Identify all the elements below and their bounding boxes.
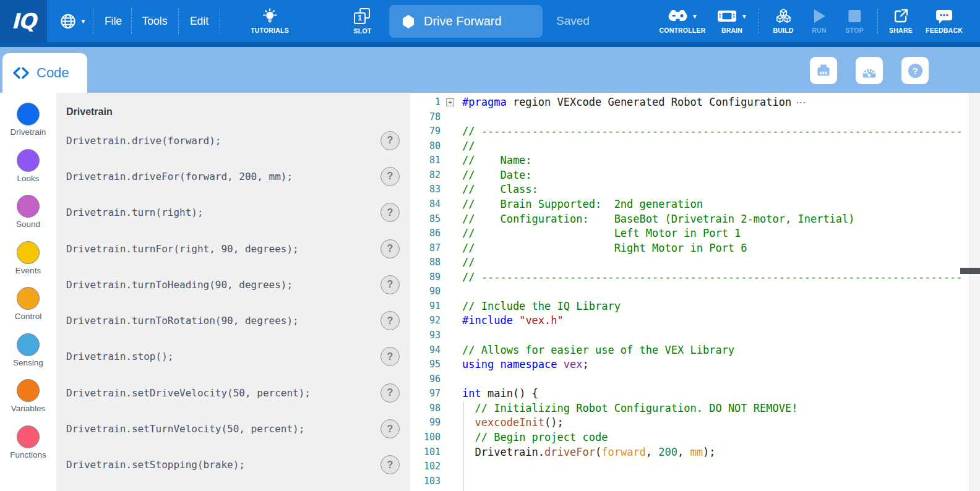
code-line[interactable]: 103 — [410, 474, 969, 489]
code-line-text: #pragma region VEXcode Generated Robot C… — [462, 95, 791, 110]
code-line-text: // Right Motor in Port 6 — [462, 241, 747, 256]
build-button[interactable]: BUILD — [773, 0, 793, 42]
code-line[interactable]: 86// Left Motor in Port 1 — [410, 226, 969, 241]
code-line[interactable]: 88// — [410, 255, 969, 270]
share-button[interactable]: SHARE — [889, 0, 913, 42]
command-list-item[interactable]: Drivetrain.turnFor(right, 90, degrees);? — [56, 231, 410, 267]
sidebar-item-label: Events — [15, 266, 41, 275]
line-number: 88 — [410, 255, 441, 270]
sidebar-item-events[interactable]: Events — [0, 241, 56, 288]
command-help-button[interactable]: ? — [380, 419, 400, 438]
code-line[interactable]: 92#include "vex.h" — [410, 314, 969, 328]
code-line-text: // Configuration: BaseBot (Drivetrain 2-… — [462, 212, 855, 227]
code-line[interactable]: 79// -----------------------------------… — [410, 124, 969, 139]
code-line[interactable]: 101 Drivetrain.driveFor(forward, 200, mm… — [410, 445, 969, 460]
question-mark-icon: ? — [908, 64, 922, 78]
command-list-item[interactable]: Drivetrain.drive(forward);? — [56, 122, 410, 158]
command-list-header: Drivetrain — [56, 93, 410, 122]
command-list-item[interactable]: Drivetrain.driveFor(forward, 200, mm);? — [56, 158, 410, 194]
code-line[interactable]: 95using namespace vex; — [410, 357, 969, 372]
sidebar-item-sound[interactable]: Sound — [0, 195, 56, 241]
sidebar-item-drivetrain[interactable]: Drivetrain — [0, 103, 56, 149]
command-code-text: Drivetrain.turnToHeading(90, degrees); — [66, 279, 293, 291]
drivetrain-category-icon — [17, 103, 40, 126]
code-line[interactable]: 82// Date: — [410, 168, 969, 183]
code-line[interactable]: 93 — [410, 328, 969, 343]
code-line[interactable]: 89// -----------------------------------… — [410, 270, 969, 285]
menu-tools[interactable]: Tools — [142, 0, 168, 42]
code-line[interactable]: 85// Configuration: BaseBot (Drivetrain … — [410, 212, 969, 227]
help-button[interactable]: ? — [901, 57, 929, 84]
command-list-item[interactable]: Drivetrain.turnToHeading(90, degrees);? — [56, 267, 410, 302]
command-help-button[interactable]: ? — [380, 239, 400, 258]
code-line[interactable]: 83// Class: — [410, 182, 969, 197]
code-line[interactable]: 84// Brain Supported: 2nd generation — [410, 197, 969, 212]
code-editor[interactable]: 1+#pragma region VEXcode Generated Robot… — [410, 93, 969, 491]
run-button[interactable]: RUN — [812, 0, 827, 42]
code-line[interactable]: 98 // Initializing Robot Configuration. … — [410, 401, 969, 416]
code-line[interactable]: 81// Name: — [410, 153, 969, 168]
code-line[interactable]: 78 — [410, 110, 969, 125]
app-logo: IQ — [0, 0, 47, 42]
command-help-button[interactable]: ? — [380, 131, 400, 150]
command-help-button[interactable]: ? — [380, 167, 400, 186]
events-category-icon — [17, 241, 40, 264]
looks-category-icon — [17, 149, 40, 172]
feedback-label: FEEDBACK — [926, 27, 963, 34]
line-number: 103 — [410, 474, 441, 489]
code-line[interactable]: 102 — [410, 459, 969, 474]
code-line[interactable]: 97int main() { — [410, 386, 969, 401]
code-line[interactable]: 80// — [410, 139, 969, 154]
language-menu[interactable]: ▼ — [60, 0, 87, 42]
code-line[interactable]: 99 vexcodeInit(); — [410, 416, 969, 430]
project-name-button[interactable]: Drive Forward — [389, 5, 543, 38]
code-line-text: // Brain Supported: 2nd generation — [462, 197, 703, 212]
stop-button[interactable]: STOP — [845, 0, 863, 42]
tutorials-button[interactable]: TUTORIALS — [251, 0, 289, 42]
command-list-item[interactable]: Drivetrain.turnToRotation(90, degrees);? — [56, 302, 410, 338]
command-list-item[interactable]: Drivetrain.turn(right);? — [56, 195, 410, 231]
line-number: 97 — [410, 386, 441, 401]
slot-button[interactable]: 1 SLOT — [353, 0, 372, 42]
code-line[interactable]: 90 — [410, 284, 969, 299]
code-line[interactable]: 94// Allows for easier use of the VEX Li… — [410, 343, 969, 358]
code-line-text: // Initializing Robot Configuration. DO … — [462, 401, 797, 416]
print-console-button[interactable] — [810, 57, 837, 84]
sidebar-item-label: Functions — [10, 450, 46, 459]
editor-overview-ruler[interactable] — [969, 93, 980, 491]
command-list-item[interactable]: Drivetrain.setTurnVelocity(50, percent);… — [56, 411, 410, 446]
command-help-button[interactable]: ? — [380, 311, 400, 330]
command-list-item[interactable]: Drivetrain.setStopping(brake);? — [56, 447, 410, 483]
fold-expand-icon[interactable]: + — [446, 98, 454, 106]
command-help-button[interactable]: ? — [380, 347, 400, 366]
sidebar-item-looks[interactable]: Looks — [0, 149, 56, 195]
controller-button[interactable]: ▼ CONTROLLER — [660, 0, 706, 42]
command-list-item[interactable]: Drivetrain.setDriveVelocity(50, percent)… — [56, 375, 410, 411]
command-help-button[interactable]: ? — [380, 455, 400, 474]
command-help-button[interactable]: ? — [380, 275, 400, 294]
folded-region-ellipsis[interactable]: ··· — [796, 95, 806, 110]
monitor-dashboard-button[interactable] — [856, 57, 883, 84]
menu-edit[interactable]: Edit — [190, 0, 208, 42]
sidebar-item-sensing[interactable]: Sensing — [0, 333, 56, 380]
line-number: 94 — [410, 343, 441, 358]
sidebar-item-functions[interactable]: Functions — [0, 425, 56, 472]
sidebar-item-variables[interactable]: Variables — [0, 379, 56, 425]
code-line[interactable]: 1+#pragma region VEXcode Generated Robot… — [410, 95, 969, 110]
command-help-button[interactable]: ? — [380, 383, 400, 403]
view-tab-bar: Code — [0, 47, 980, 93]
menu-file[interactable]: File — [105, 0, 122, 42]
code-line[interactable]: 87// Right Motor in Port 6 — [410, 241, 969, 256]
tab-code[interactable]: Code — [2, 53, 87, 93]
sidebar-item-control[interactable]: Control — [0, 287, 56, 333]
line-number: 86 — [410, 226, 441, 241]
command-list-item[interactable]: Drivetrain.stop();? — [56, 339, 410, 375]
code-line[interactable]: 100 // Begin project code — [410, 430, 969, 445]
code-line[interactable]: 91// Include the IQ Library — [410, 299, 969, 314]
brain-button[interactable]: ▼ BRAIN — [716, 0, 747, 42]
command-help-button[interactable]: ? — [380, 203, 400, 222]
toolbar-divider — [131, 8, 132, 34]
code-line[interactable]: 96 — [410, 372, 969, 387]
feedback-button[interactable]: FEEDBACK — [926, 0, 963, 42]
toolbar-divider — [877, 9, 878, 33]
